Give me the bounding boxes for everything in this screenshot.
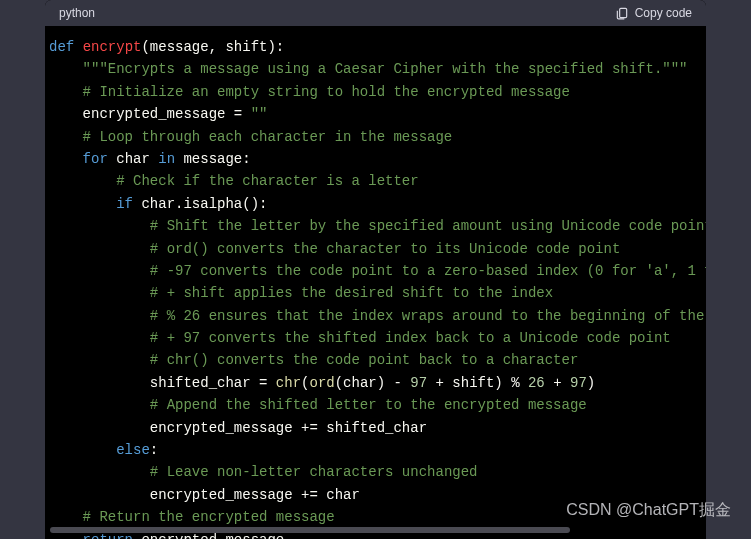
copy-code-label: Copy code xyxy=(635,6,692,20)
svg-rect-0 xyxy=(619,8,626,17)
clipboard-icon xyxy=(615,6,629,20)
code-body: def encrypt(message, shift): """Encrypts… xyxy=(45,26,706,539)
code-block: python Copy code def encrypt(message, sh… xyxy=(45,0,706,539)
language-label: python xyxy=(59,6,95,20)
watermark-text: CSDN @ChatGPT掘金 xyxy=(566,500,731,521)
code-header: python Copy code xyxy=(45,0,706,26)
code-content: def encrypt(message, shift): """Encrypts… xyxy=(45,36,706,539)
copy-code-button[interactable]: Copy code xyxy=(615,6,692,20)
horizontal-scrollbar[interactable] xyxy=(50,527,570,533)
